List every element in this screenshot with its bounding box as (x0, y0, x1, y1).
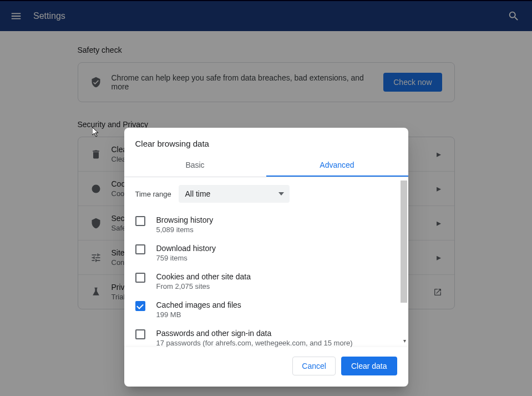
checkbox[interactable] (135, 216, 145, 226)
time-range-dropdown[interactable]: All time (179, 185, 290, 203)
item-title: Cookies and other site data (156, 272, 397, 281)
item-passwords[interactable]: Passwords and other sign-in data17 passw… (135, 324, 397, 347)
dialog-footer: Cancel Clear data (124, 347, 408, 387)
time-range-row: Time range All time (124, 185, 408, 209)
clear-data-button[interactable]: Clear data (341, 357, 397, 375)
item-download-history[interactable]: Download history759 items (135, 239, 397, 267)
checkbox[interactable] (135, 301, 145, 311)
item-sub: 759 items (156, 254, 397, 262)
chevron-down-icon (278, 192, 284, 196)
item-browsing-history[interactable]: Browsing history5,089 items (135, 210, 397, 239)
item-cached[interactable]: Cached images and files199 MB (135, 295, 397, 324)
item-sub: From 2,075 sites (156, 282, 397, 290)
scroll-down-icon[interactable]: ▾ (403, 338, 406, 344)
dialog-body: Time range All time Browsing history5,08… (124, 177, 408, 347)
time-range-label: Time range (135, 190, 179, 198)
item-sub: 5,089 items (156, 225, 397, 234)
modal-overlay: Clear browsing data Basic Advanced Time … (0, 0, 532, 396)
dialog-title: Clear browsing data (124, 128, 408, 155)
cancel-button[interactable]: Cancel (292, 357, 336, 375)
tab-advanced[interactable]: Advanced (266, 155, 408, 177)
time-range-value: All time (185, 189, 211, 198)
checkbox[interactable] (135, 273, 145, 283)
item-cookies[interactable]: Cookies and other site dataFrom 2,075 si… (135, 267, 397, 295)
checkbox[interactable] (135, 329, 145, 339)
scrollbar[interactable] (401, 181, 407, 303)
item-title: Browsing history (156, 215, 397, 224)
item-sub: 17 passwords (for ahrefs.com, wethegeek.… (156, 339, 397, 347)
checkbox-list: Browsing history5,089 items Download his… (124, 209, 408, 347)
dialog-tabs: Basic Advanced (124, 155, 408, 177)
item-title: Passwords and other sign-in data (156, 329, 397, 338)
clear-browsing-dialog: Clear browsing data Basic Advanced Time … (124, 128, 408, 387)
item-sub: 199 MB (156, 310, 397, 319)
item-title: Download history (156, 244, 397, 253)
tab-basic[interactable]: Basic (124, 155, 266, 177)
checkbox[interactable] (135, 244, 145, 254)
item-title: Cached images and files (156, 300, 397, 309)
